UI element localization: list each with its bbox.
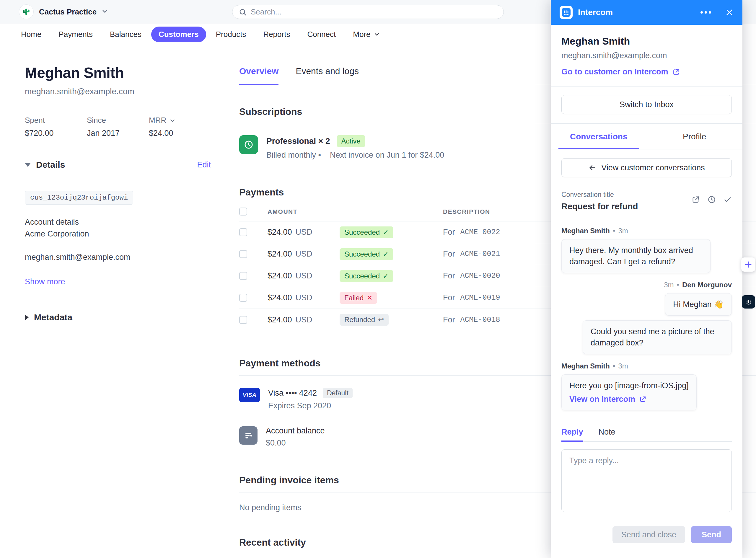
balance-label: Account balance: [266, 426, 325, 435]
check-icon: ✓: [383, 272, 388, 280]
search-input[interactable]: [251, 7, 497, 17]
send-and-close-button[interactable]: Send and close: [612, 526, 685, 543]
view-conversations-button[interactable]: View customer conversations: [561, 158, 732, 177]
stat-spent: Spent $720.00: [25, 116, 87, 138]
select-all-checkbox[interactable]: [239, 207, 247, 215]
status-badge: Succeeded✓: [339, 270, 393, 282]
row-checkbox[interactable]: [239, 228, 247, 236]
message-group: 3m Den Morgunov Hi Meghan 👋 Could you se…: [561, 281, 732, 354]
description-prefix: For: [443, 250, 455, 259]
nav-item-reports[interactable]: Reports: [256, 27, 297, 42]
customer-email: meghan.smith@example.com: [25, 87, 211, 96]
nav-item-payments[interactable]: Payments: [51, 27, 100, 42]
cactus-logo-icon: [19, 4, 34, 19]
customer-summary-column: Meghan Smith meghan.smith@example.com Sp…: [25, 61, 211, 322]
show-more-link[interactable]: Show more: [25, 277, 211, 286]
row-checkbox[interactable]: [239, 250, 247, 258]
org-switcher[interactable]: Cactus Practice: [19, 4, 108, 19]
intercom-dock-button[interactable]: [742, 295, 755, 308]
nav-item-balances[interactable]: Balances: [102, 27, 149, 42]
search-icon: [239, 8, 247, 16]
intercom-panel-header: Intercom: [551, 0, 742, 25]
go-to-customer-link[interactable]: Go to customer on Intercom: [561, 67, 732, 76]
view-on-intercom-link[interactable]: View on Intercom: [569, 394, 689, 405]
send-button[interactable]: Send: [691, 526, 732, 543]
reply-textarea[interactable]: [561, 449, 732, 512]
stat-since: Since Jan 2017: [87, 116, 149, 138]
external-link-icon: [673, 68, 680, 76]
check-icon: ✓: [383, 250, 388, 259]
row-checkbox[interactable]: [239, 316, 247, 324]
add-app-button[interactable]: [741, 257, 755, 272]
intercom-panel: Intercom Meghan Smith meghan.smith@examp…: [551, 0, 742, 558]
subscription-clock-icon: [239, 135, 258, 154]
card-expiry: Expires Sep 2020: [268, 401, 353, 410]
conversation-header: Conversation title Request for refund: [561, 191, 732, 211]
nav-item-more[interactable]: More: [346, 27, 386, 42]
customer-id-chip[interactable]: cus_123oijq23roijafgowi: [25, 191, 133, 205]
description-prefix: For: [443, 315, 455, 325]
nav-more-label: More: [353, 30, 370, 39]
amount: $24.00: [268, 315, 292, 325]
collapse-triangle-icon[interactable]: [25, 163, 31, 167]
billing-cycle: Billed monthly •: [267, 151, 321, 160]
status-badge: Succeeded✓: [339, 248, 393, 260]
row-checkbox[interactable]: [239, 294, 247, 302]
chevron-down-icon: [102, 8, 108, 15]
chevron-down-icon[interactable]: [170, 118, 175, 123]
message-time: 3m: [664, 281, 674, 289]
intercom-icon: [745, 298, 753, 306]
conversation-thread: Meghan Smith 3m Hey there. My monthtly b…: [561, 219, 732, 415]
view-conversations-label: View customer conversations: [601, 163, 705, 172]
nav-item-customers[interactable]: Customers: [151, 27, 206, 42]
message-author: Meghan Smith: [561, 362, 610, 370]
currency: USD: [296, 228, 312, 237]
nav-item-products[interactable]: Products: [208, 27, 254, 42]
status-badge: Failed✕: [339, 292, 377, 304]
amount: $24.00: [268, 228, 292, 237]
tab-overview[interactable]: Overview: [239, 66, 278, 85]
chevron-down-icon: [374, 32, 379, 37]
nav-item-connect[interactable]: Connect: [300, 27, 343, 42]
status-badge: Active: [337, 135, 365, 147]
go-to-customer-label: Go to customer on Intercom: [561, 67, 668, 76]
status-badge: Refunded↩: [339, 314, 388, 326]
row-checkbox[interactable]: [239, 272, 247, 280]
status-badge: Succeeded✓: [339, 226, 393, 238]
tab-note[interactable]: Note: [599, 428, 615, 441]
switch-to-inbox-button[interactable]: Switch to Inbox: [561, 95, 732, 114]
reply-actions: Send and close Send: [561, 526, 732, 554]
description-prefix: For: [443, 271, 455, 280]
resolve-check-icon[interactable]: [724, 196, 732, 204]
bullet-separator: [613, 227, 615, 235]
intercom-customer-email: meghan.smith@example.com: [561, 51, 732, 60]
intercom-logo-icon: [560, 6, 573, 19]
expand-triangle-icon[interactable]: [25, 314, 29, 320]
message-bubble: Could you send me a picture of the damag…: [583, 320, 732, 354]
tab-events-and-logs[interactable]: Events and logs: [296, 66, 358, 85]
details-email: meghan.smith@example.com: [25, 253, 211, 262]
message-time: 3m: [618, 227, 628, 235]
customer-stats: Spent $720.00 Since Jan 2017 MRR $24.00: [25, 116, 211, 138]
tab-conversations[interactable]: Conversations: [551, 124, 647, 149]
overflow-menu-icon[interactable]: [698, 9, 713, 16]
visa-icon: VISA: [239, 388, 260, 402]
message-bubble: Hi Meghan 👋: [665, 293, 732, 315]
org-name: Cactus Practice: [39, 7, 97, 17]
nav-item-home[interactable]: Home: [14, 27, 49, 42]
arrow-left-icon: [588, 163, 597, 172]
open-external-icon[interactable]: [691, 196, 700, 204]
tab-profile[interactable]: Profile: [647, 124, 743, 149]
external-link-icon: [639, 396, 647, 403]
intercom-tabs: Conversations Profile: [551, 124, 742, 149]
reply-box: [561, 449, 732, 513]
close-icon[interactable]: [725, 8, 734, 17]
snooze-clock-icon[interactable]: [708, 196, 716, 204]
intercom-app-title: Intercom: [578, 8, 613, 17]
metadata-title: Metadata: [34, 312, 72, 322]
invoice-code: ACME-0021: [460, 250, 500, 258]
global-search[interactable]: [232, 5, 504, 19]
edit-details-link[interactable]: Edit: [197, 160, 211, 170]
description-prefix: For: [443, 293, 455, 302]
tab-reply[interactable]: Reply: [561, 428, 583, 441]
